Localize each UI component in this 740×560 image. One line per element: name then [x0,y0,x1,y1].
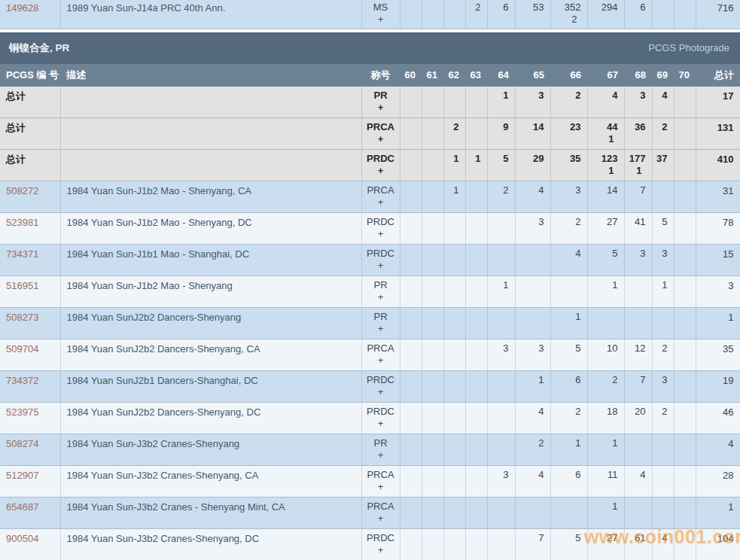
designation-grade-prefix: PRDC [363,153,399,165]
grade-cell [422,87,443,118]
pcgs-number-link[interactable]: 149628 [6,2,38,14]
designation: PRCA+ [361,118,400,150]
grade-count: 6 [626,2,646,14]
grade-count: 4 [654,532,668,544]
pcgs-number-link[interactable]: 509704 [6,343,38,355]
pcgs-number-link[interactable]: 734372 [6,375,38,386]
grade-cell: 294 [587,0,624,29]
grade-cell: 4 [515,181,550,213]
total-cell: 46 [696,403,740,434]
pcgs-number-link[interactable]: 523975 [6,406,38,418]
grade-cell: 5 [652,213,674,245]
pcgs-number-link[interactable]: 508272 [6,185,38,196]
col-header-grade-70: 70 [674,64,696,87]
coin-description: 1984 Yuan Sun-J3b2 Cranes-Shenyang, DC [60,529,361,560]
col-header-grade-64: 64 [487,64,515,87]
designation-grade-prefix: PR [363,279,399,291]
grade-cell [443,498,465,529]
pcgs-photograde-link[interactable]: PCGS Photograde [648,42,729,53]
grade-cell: 3 [652,371,674,403]
grade-count: 352 [553,2,581,14]
grade-cell [400,181,422,213]
grade-cell [400,276,422,308]
grade-cell: 1 [550,434,587,466]
grade-cell: 1 [443,181,465,213]
grade-cell: 4 [624,466,652,498]
col-header-grade-61: 61 [422,64,443,87]
coin-description [60,118,361,150]
grade-cell [400,150,422,181]
total-cell: 28 [696,466,740,498]
grade-cell: 37 [652,150,674,181]
grade-cell: 3 [487,339,515,371]
designation-grade-prefix: PRDC [363,374,399,386]
grade-count: 7 [626,374,646,386]
designation-plus: + [363,513,399,525]
grade-count: 12 [626,342,646,355]
grade-cell [422,0,443,29]
designation-grade-prefix: PRDC [363,248,399,260]
grade-cell [674,498,696,529]
grade-cell: 1231 [587,150,624,181]
grade-cell: 6 [624,0,652,29]
grade-cell [465,118,487,150]
grade-cell: 5 [487,150,515,181]
summary-row-label: 总计 [6,90,26,102]
grade-cell [515,308,550,339]
pcgs-number-link[interactable]: 508274 [6,438,38,449]
grade-count: 3 [517,342,544,355]
grade-cell [443,529,465,560]
coin-description [60,150,361,181]
grade-count: 6 [489,2,509,14]
pcgs-number-link[interactable]: 654687 [6,501,38,513]
grade-cell: 1 [587,276,624,308]
pcgs-number-link[interactable]: 734371 [6,248,38,260]
designation: PRDC+ [361,371,400,403]
grade-cell: 4 [515,403,550,434]
grade-count: 2 [654,121,668,133]
pcgs-number-link[interactable]: 900504 [6,533,38,544]
grade-cell: 4 [652,529,674,560]
grade-cell [674,434,696,466]
pcgs-number-link[interactable]: 516951 [6,280,38,291]
grade-cell [400,0,422,29]
table-row: 6546871984 Yuan Sun-J3b2 Cranes - Shenya… [0,498,740,529]
grade-cell [674,181,696,213]
pcgs-number-link[interactable]: 508273 [6,312,38,323]
designation-plus: + [363,449,399,461]
grade-cell [443,403,465,434]
designation-plus: + [363,481,399,493]
grade-count: 5 [654,216,668,228]
grade-cell: 2 [487,181,515,213]
designation-plus: + [363,386,399,398]
grade-count: 1 [446,184,459,196]
grade-cell [465,245,487,276]
grade-count: 5 [489,153,509,165]
pcgs-number-link[interactable]: 512907 [6,470,38,481]
coin-description: 1984 Yuan Sun-J1b2 Mao - Shenyang, DC [60,213,361,245]
designation: PRDC+ [361,213,400,245]
grade-cell: 6 [487,0,515,29]
grade-count: 3 [654,248,668,260]
total-cell: 15 [696,245,740,276]
grade-cell [674,150,696,181]
grade-cell [652,181,674,213]
grade-cell [400,529,422,560]
grade-cell [422,276,443,308]
grade-plus-count: 1 [626,165,646,177]
grade-cell [487,245,515,276]
grade-cell [422,466,443,498]
grade-cell [674,0,696,29]
pcgs-number-link[interactable]: 523981 [6,217,38,228]
grade-cell [487,308,515,339]
grade-cell: 1 [465,150,487,181]
designation-plus: + [363,323,399,335]
designation: PRCA+ [361,339,400,371]
designation-grade-prefix: PRDC [363,532,399,544]
coin-description [60,87,361,118]
grade-cell [400,213,422,245]
table-row: 7343721984 Yuan SunJ2b1 Dancers-Shanghai… [0,371,740,403]
grade-count: 11 [589,469,618,481]
grade-cell: 3 [487,466,515,498]
grade-count: 20 [626,406,646,418]
